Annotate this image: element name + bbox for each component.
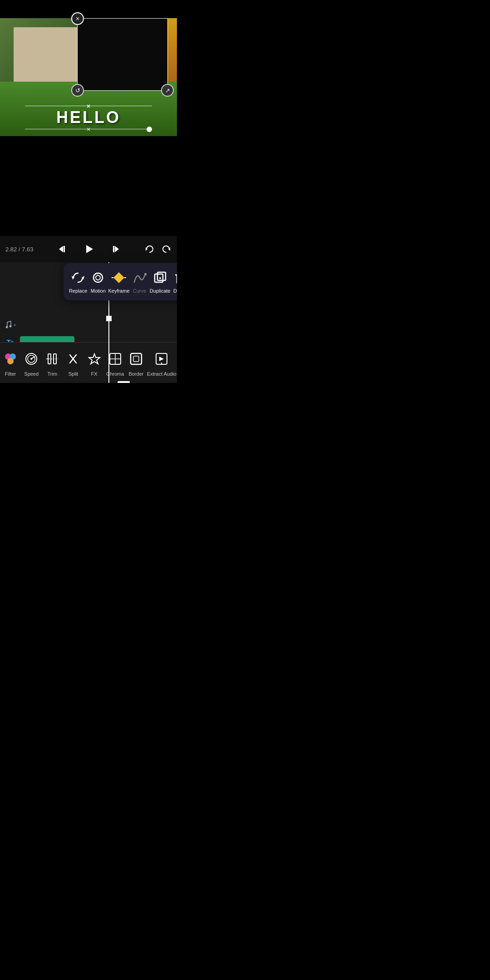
delete-label: Delete: [173, 288, 177, 294]
chroma-icon: [105, 349, 125, 369]
chroma-tool[interactable]: Chroma: [105, 349, 125, 377]
speed-tool[interactable]: Speed: [21, 349, 41, 377]
svg-marker-3: [115, 246, 119, 252]
split-icon: [63, 349, 83, 369]
popup-delete[interactable]: Delete: [171, 270, 177, 294]
music-track-icon: +: [0, 320, 20, 329]
svg-point-25: [10, 325, 12, 328]
chroma-label: Chroma: [106, 371, 124, 377]
undo-button[interactable]: [144, 244, 154, 254]
trim-label: Trim: [48, 371, 58, 377]
svg-point-39: [7, 358, 14, 364]
keyframe-icon: [111, 270, 127, 286]
svg-rect-51: [131, 353, 142, 364]
text-handle-bottom[interactable]: ×: [25, 129, 152, 129]
undo-redo-group: [144, 244, 172, 254]
extract-audio-icon: [152, 349, 172, 369]
svg-marker-11: [113, 272, 124, 283]
popup-motion[interactable]: Motion: [88, 270, 108, 294]
border-icon: [126, 349, 146, 369]
fx-icon: [84, 349, 104, 369]
replace-label: Replace: [69, 288, 87, 294]
svg-rect-16: [157, 272, 166, 280]
popup-duplicate[interactable]: Duplicate: [150, 270, 171, 294]
curve-label: Curve: [133, 288, 146, 294]
svg-point-9: [93, 273, 103, 282]
motion-icon: [90, 270, 106, 286]
svg-marker-0: [59, 246, 63, 252]
popup-replace[interactable]: Replace: [68, 270, 88, 294]
svg-point-43: [30, 358, 32, 360]
skip-back-button[interactable]: [58, 244, 68, 254]
svg-rect-14: [144, 273, 147, 275]
popup-keyframe[interactable]: Keyframe: [108, 270, 129, 294]
curve-icon: [132, 270, 148, 286]
fx-tool[interactable]: FX: [84, 349, 104, 377]
svg-rect-15: [155, 274, 163, 282]
cut-marker: [118, 381, 130, 383]
text-handle-top[interactable]: ×: [25, 106, 152, 106]
skip-forward-button[interactable]: [110, 244, 120, 254]
border-tool[interactable]: Border: [126, 349, 146, 377]
bottom-toolbar: Filter Speed Trim: [0, 342, 177, 383]
speed-icon: [21, 349, 41, 369]
text-overlay-hello[interactable]: HELLO: [56, 108, 121, 127]
filter-tool[interactable]: Filter: [0, 349, 20, 377]
total-time: 7.63: [22, 246, 33, 253]
motion-label: Motion: [91, 288, 106, 294]
overlay-rotate-button[interactable]: ↺: [71, 84, 84, 97]
overlay-clip[interactable]: × ↺ ↗: [77, 18, 168, 91]
border-label: Border: [128, 371, 143, 377]
trim-icon: [42, 349, 62, 369]
svg-marker-2: [86, 245, 93, 253]
keyframe-label: Keyframe: [108, 288, 129, 294]
duplicate-icon: [152, 270, 168, 286]
speed-label: Speed: [24, 371, 39, 377]
filter-label: Filter: [5, 371, 16, 377]
current-time: 2.82: [5, 246, 17, 253]
overlay-scale-button[interactable]: ↗: [161, 84, 174, 97]
controls-bar: 2.82 / 7.63: [0, 236, 177, 262]
replace-icon: [70, 270, 86, 286]
svg-marker-47: [89, 354, 100, 364]
duplicate-label: Duplicate: [150, 288, 171, 294]
svg-point-10: [96, 275, 100, 280]
extract-audio-label: Extract Audio: [147, 371, 176, 377]
time-separator: /: [17, 246, 22, 253]
svg-rect-4: [113, 246, 114, 252]
extract-audio-tool[interactable]: Extract Audio: [147, 349, 176, 377]
trim-tool[interactable]: Trim: [42, 349, 62, 377]
svg-point-24: [6, 326, 8, 328]
music-track-row: +: [0, 317, 177, 333]
svg-marker-54: [159, 357, 164, 361]
fx-label: FX: [91, 371, 98, 377]
black-spacer: [0, 154, 177, 236]
video-preview: × ↺ ↗ × HELLO ×: [0, 0, 177, 154]
popup-curve[interactable]: Curve: [130, 270, 150, 294]
redo-button[interactable]: [162, 244, 172, 254]
delete-icon: [172, 270, 177, 286]
playback-controls: [33, 241, 144, 257]
time-display: 2.82 / 7.63: [5, 246, 33, 253]
play-button[interactable]: [81, 241, 97, 257]
svg-rect-1: [64, 246, 65, 252]
filter-icon: [0, 349, 20, 369]
split-label: Split: [69, 371, 78, 377]
svg-rect-52: [133, 356, 139, 362]
overlay-close-button[interactable]: ×: [71, 12, 84, 25]
split-tool[interactable]: Split: [63, 349, 83, 377]
text-overlay-container: × HELLO ×: [0, 106, 177, 129]
popup-menu: Replace Motion Keyframe: [64, 263, 177, 300]
